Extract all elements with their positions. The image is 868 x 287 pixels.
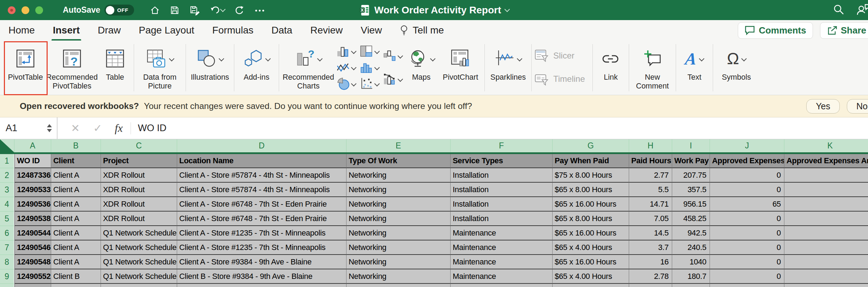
tab-insert[interactable]: Insert xyxy=(52,23,80,38)
row-header-2[interactable]: 2 xyxy=(0,168,14,183)
cell-F6[interactable]: Maintenance xyxy=(451,226,553,240)
tab-page-layout[interactable]: Page Layout xyxy=(138,23,195,38)
cell-E10[interactable]: Networking xyxy=(346,284,451,287)
cell-I6[interactable]: 942.5 xyxy=(672,226,710,240)
new-comment-button[interactable]: New Comment xyxy=(632,41,673,95)
row-header-10[interactable]: 10 xyxy=(0,284,14,287)
autosave-toggle[interactable]: OFF xyxy=(104,5,134,16)
cell-F1[interactable]: Service Types xyxy=(451,154,553,168)
zoom-window-button[interactable] xyxy=(35,6,43,14)
cell-B1[interactable]: Client xyxy=(51,154,101,168)
cell-B8[interactable]: Client A xyxy=(51,255,101,269)
cell-F4[interactable]: Installation xyxy=(451,197,553,212)
row-header-5[interactable]: 5 xyxy=(0,212,14,226)
cell-D2[interactable]: Client A - Store #57874 - 4th St - Minne… xyxy=(177,168,346,183)
cell-F3[interactable]: Installation xyxy=(451,183,553,197)
close-window-button[interactable] xyxy=(8,6,16,14)
cell-A7[interactable]: 12490546 xyxy=(14,240,51,255)
cell-I4[interactable]: 956.15 xyxy=(672,197,710,212)
cell-E6[interactable]: Networking xyxy=(346,226,451,240)
cell-K1[interactable]: Approved Expenses Amo xyxy=(784,154,868,168)
cell-I3[interactable]: 357.5 xyxy=(672,183,710,197)
save-icon[interactable] xyxy=(169,5,180,16)
cell-D4[interactable]: Client A - Store #6748 - 7th St - Eden P… xyxy=(177,197,346,212)
column-header-C[interactable]: C xyxy=(101,139,177,152)
undo-icon[interactable] xyxy=(210,5,225,16)
column-header-H[interactable]: H xyxy=(629,139,672,152)
cell-D7[interactable]: Client A - Store #1235 - 7th St - Minnea… xyxy=(177,240,346,255)
cell-A1[interactable]: WO ID xyxy=(14,154,51,168)
minimize-window-button[interactable] xyxy=(22,6,29,14)
cell-D9[interactable]: Client B - Store #9384 - 9th Ave - Blain… xyxy=(177,269,346,284)
cell-H2[interactable]: 2.77 xyxy=(629,168,672,183)
cell-B5[interactable]: Client A xyxy=(51,212,101,226)
slicer-button[interactable]: Slicer xyxy=(534,49,590,63)
cell-B2[interactable]: Client A xyxy=(51,168,101,183)
cell-F2[interactable]: Installation xyxy=(451,168,553,183)
cell-J8[interactable]: 0 xyxy=(710,255,784,269)
recommended-pivottables-button[interactable]: ? Recommended PivotTables xyxy=(45,41,99,95)
cell-I5[interactable]: 458.25 xyxy=(672,212,710,226)
cell-H5[interactable]: 7.05 xyxy=(629,212,672,226)
cell-H10[interactable]: 8.88 xyxy=(629,284,672,287)
cell-A8[interactable]: 12490548 xyxy=(14,255,51,269)
row-header-9[interactable]: 9 xyxy=(0,269,14,284)
cell-E2[interactable]: Networking xyxy=(346,168,451,183)
more-commands-icon[interactable] xyxy=(254,5,266,16)
cell-E9[interactable]: Networking xyxy=(346,269,451,284)
cell-A2[interactable]: 12487336 xyxy=(14,168,51,183)
cell-D5[interactable]: Client A - Store #6748 - 7th St - Eden P… xyxy=(177,212,346,226)
cell-I9[interactable]: 180.7 xyxy=(672,269,710,284)
column-header-E[interactable]: E xyxy=(346,139,451,152)
cell-G5[interactable]: $65 x 8.00 Hours xyxy=(553,212,629,226)
cell-H9[interactable]: 2.78 xyxy=(629,269,672,284)
column-header-G[interactable]: G xyxy=(553,139,629,152)
text-button[interactable]: A Text xyxy=(679,41,710,95)
cell-F8[interactable]: Maintenance xyxy=(451,255,553,269)
cell-J5[interactable]: 0 xyxy=(710,212,784,226)
redo-icon[interactable] xyxy=(234,5,245,16)
cell-H6[interactable]: 14.5 xyxy=(629,226,672,240)
cell-G10[interactable]: $65 x 8.88 Hours xyxy=(553,284,629,287)
cell-J6[interactable]: 0 xyxy=(710,226,784,240)
combo-chart-button[interactable] xyxy=(382,72,404,86)
cell-J2[interactable]: 0 xyxy=(710,168,784,183)
cell-C2[interactable]: XDR Rollout xyxy=(101,168,177,183)
data-from-picture-button[interactable]: Data from Picture xyxy=(137,41,183,95)
cell-C4[interactable]: XDR Rollout xyxy=(101,197,177,212)
addins-button[interactable]: Add-ins xyxy=(237,41,276,95)
cell-H8[interactable]: 16 xyxy=(629,255,672,269)
stepper-up-icon[interactable] xyxy=(47,124,52,127)
column-header-F[interactable]: F xyxy=(451,139,553,152)
cell-D6[interactable]: Client A - Store #1235 - 7th St - Minnea… xyxy=(177,226,346,240)
cell-B3[interactable]: Client A xyxy=(51,183,101,197)
select-all-corner[interactable] xyxy=(0,139,14,152)
pivottable-button[interactable]: PivotTable xyxy=(6,41,45,95)
cell-A10[interactable]: 12490556 xyxy=(14,284,51,287)
insert-function-icon[interactable]: fx xyxy=(115,122,122,135)
column-header-A[interactable]: A xyxy=(14,139,51,152)
row-header-6[interactable]: 6 xyxy=(0,226,14,240)
link-button[interactable]: Link xyxy=(595,41,626,95)
cell-K7[interactable] xyxy=(784,240,868,255)
row-header-3[interactable]: 3 xyxy=(0,183,14,197)
cell-J10[interactable]: 0 xyxy=(710,284,784,287)
yes-button[interactable]: Yes xyxy=(806,99,840,114)
cell-G1[interactable]: Pay When Paid xyxy=(553,154,629,168)
cell-E4[interactable]: Networking xyxy=(346,197,451,212)
cell-G6[interactable]: $65 x 16.00 Hours xyxy=(553,226,629,240)
name-box-stepper[interactable] xyxy=(47,124,52,132)
treemap-chart-button[interactable] xyxy=(358,44,380,58)
tab-draw[interactable]: Draw xyxy=(97,23,121,38)
name-box[interactable]: A1 xyxy=(0,117,58,139)
timeline-button[interactable]: Timeline xyxy=(534,72,590,86)
cell-F5[interactable]: Installation xyxy=(451,212,553,226)
column-header-D[interactable]: D xyxy=(177,139,346,152)
cell-C10[interactable]: Q1 Network Scheduled xyxy=(101,284,177,287)
cell-K2[interactable] xyxy=(784,168,868,183)
person-chat-icon[interactable] xyxy=(857,3,868,17)
scatter-chart-button[interactable] xyxy=(358,77,380,91)
share-button[interactable]: Share xyxy=(820,22,868,39)
pie-chart-button[interactable] xyxy=(335,77,357,91)
cell-F9[interactable]: Maintenance xyxy=(451,269,553,284)
